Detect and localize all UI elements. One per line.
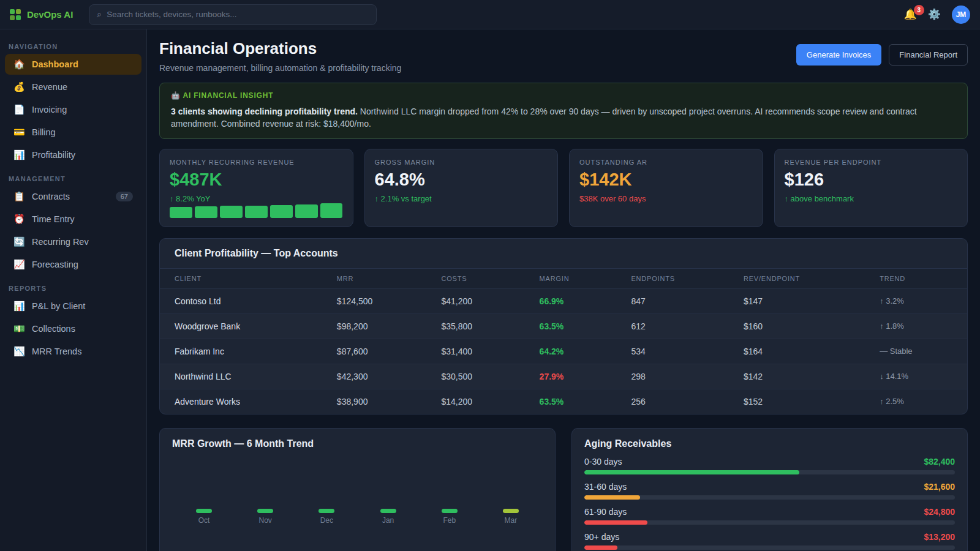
month-column: Oct [186, 509, 222, 525]
home-icon: 🏠 [13, 59, 24, 70]
brand-name: DevOps AI [27, 9, 73, 20]
global-search[interactable]: ⌕ [89, 4, 377, 25]
brand: DevOps AI [10, 9, 73, 20]
cell-client: Fabrikam Inc [175, 347, 337, 356]
sidebar-item-billing[interactable]: 💳Billing [5, 122, 141, 143]
cell-trend: ↓ 14.1% [880, 372, 952, 381]
avatar[interactable]: JM [952, 6, 970, 24]
kpi-value: $126 [785, 170, 958, 190]
aging-bar-fill [584, 545, 617, 550]
aging-bucket-value: $82,400 [924, 457, 955, 467]
aging-bucket-label: 31-60 days [584, 482, 627, 492]
sidebar-item-p-l-by-client[interactable]: 📊P&L by Client [5, 296, 141, 317]
mrr-growth-title: MRR Growth — 6 Month Trend [172, 438, 543, 449]
cell-endpoints: 534 [631, 347, 743, 356]
sidebar-item-time-entry[interactable]: ⏰Time Entry [5, 209, 141, 230]
chart-decreasing-icon: 📉 [13, 346, 24, 357]
month-column: Nov [247, 509, 284, 525]
aging-bar-track [584, 495, 955, 500]
sidebar-item-invoicing[interactable]: 📄Invoicing [5, 99, 141, 120]
sidebar-item-mrr-trends[interactable]: 📉MRR Trends [5, 341, 141, 362]
table-row[interactable]: Fabrikam Inc$87,600$31,40064.2%534$164— … [160, 339, 967, 364]
table-row[interactable]: Adventure Works$38,900$14,20063.5%256$15… [160, 389, 967, 414]
recurring-arrows-icon: 🔄 [13, 236, 24, 247]
gear-icon[interactable]: ⚙️ [928, 9, 941, 20]
sidebar-item-label: Billing [32, 127, 56, 137]
sparkline-bar [195, 206, 217, 218]
kpi-value: 64.8% [375, 170, 548, 190]
aging-bar-fill [584, 470, 799, 474]
kpi-value: $142K [579, 170, 753, 190]
aging-receivables-title: Aging Receivables [584, 438, 955, 449]
cell-costs: $35,800 [441, 321, 539, 331]
aging-bucket-label: 90+ days [584, 532, 619, 542]
sidebar-item-label: Profitability [32, 150, 75, 160]
kpi-delta: ↑ 2.1% vs target [375, 194, 548, 203]
cell-costs: $14,200 [441, 397, 539, 407]
table-row[interactable]: Northwind LLC$42,300$30,50027.9%298$142↓… [160, 364, 967, 389]
cell-mrr: $124,500 [337, 296, 442, 306]
month-bar [257, 509, 273, 513]
sidebar-item-label: Revenue [32, 82, 67, 92]
aging-bar-fill [584, 520, 647, 525]
aging-bucket-label: 0-30 days [584, 457, 622, 467]
page-subtitle: Revenue management, billing automation &… [159, 63, 401, 73]
sidebar-section-reports: Reports [9, 285, 138, 292]
column-header-mrr: MRR [337, 275, 442, 282]
table-row[interactable]: Woodgrove Bank$98,200$35,80063.5%612$160… [160, 313, 967, 339]
search-input[interactable] [107, 10, 369, 19]
robot-icon: 🤖 [171, 91, 181, 100]
month-label: Dec [320, 516, 333, 525]
aging-list: 0-30 days$82,40031-60 days$21,60061-90 d… [584, 457, 955, 550]
table-row[interactable]: Contoso Ltd$124,500$41,20066.9%847$147↑ … [160, 288, 967, 313]
cell-rev-endpoint: $147 [744, 296, 880, 306]
column-header-rev-endpoint: Rev/Endpoint [744, 275, 880, 282]
aging-bar-track [584, 545, 955, 550]
cell-rev-endpoint: $142 [744, 372, 880, 381]
ai-insight-label: 🤖 AI FINANCIAL INSIGHT [171, 91, 956, 100]
bar-chart-icon: 📊 [13, 149, 24, 160]
financial-report-button[interactable]: Financial Report [889, 44, 968, 66]
chart-increasing-icon: 📈 [13, 259, 24, 270]
sidebar-item-profitability[interactable]: 📊Profitability [5, 144, 141, 165]
kpi-card-outstanding-ar: Outstanding AR $142K $38K over 60 days [569, 149, 763, 227]
month-bar [318, 509, 334, 513]
topbar: DevOps AI ⌕ 🔔 3 ⚙️ JM [0, 0, 980, 29]
mrr-growth-card: MRR Growth — 6 Month Trend OctNovDecJanF… [159, 428, 556, 551]
sidebar-item-dashboard[interactable]: 🏠Dashboard [5, 54, 141, 75]
month-label: Mar [505, 516, 518, 525]
sidebar-item-label: Dashboard [32, 59, 78, 69]
page-title: Financial Operations [159, 39, 401, 58]
page-header: Financial Operations Revenue management,… [159, 39, 968, 73]
aging-bar-track [584, 520, 955, 525]
bar-chart-icon: 📊 [13, 301, 24, 312]
sparkline-bar [295, 204, 318, 218]
cell-endpoints: 612 [631, 321, 743, 331]
cell-margin: 63.5% [540, 321, 631, 331]
month-column: Dec [308, 509, 345, 525]
sidebar-item-label: Invoicing [32, 105, 67, 114]
client-profitability-table: Client Profitability — Top Accounts Clie… [159, 238, 968, 414]
notifications-button[interactable]: 🔔 3 [904, 9, 917, 20]
cell-costs: $30,500 [441, 372, 539, 381]
sidebar-item-collections[interactable]: 💵Collections [5, 318, 141, 339]
aging-bucket-label: 61-90 days [584, 507, 627, 517]
main-content: Financial Operations Revenue management,… [147, 29, 980, 551]
sidebar-item-label: Contracts [32, 192, 70, 201]
sidebar-item-revenue[interactable]: 💰Revenue [5, 77, 141, 97]
column-header-costs: Costs [441, 275, 539, 282]
sidebar-item-label: P&L by Client [32, 301, 85, 311]
kpi-label: Revenue per Endpoint [785, 159, 958, 166]
month-column: Feb [431, 509, 468, 525]
month-label: Feb [443, 516, 456, 525]
sidebar-item-label: Collections [32, 324, 75, 334]
cell-rev-endpoint: $160 [744, 321, 880, 331]
generate-invoices-button[interactable]: Generate Invoices [796, 44, 882, 66]
sidebar-item-forecasting[interactable]: 📈Forecasting [5, 254, 141, 275]
kpi-label: Gross Margin [375, 159, 548, 166]
sidebar-item-recurring-rev[interactable]: 🔄Recurring Rev [5, 231, 141, 252]
sidebar-item-contracts[interactable]: 📋Contracts67 [5, 186, 141, 207]
search-icon: ⌕ [97, 9, 102, 20]
month-label: Jan [382, 516, 394, 525]
aging-row: 90+ days$13,200 [584, 532, 955, 550]
